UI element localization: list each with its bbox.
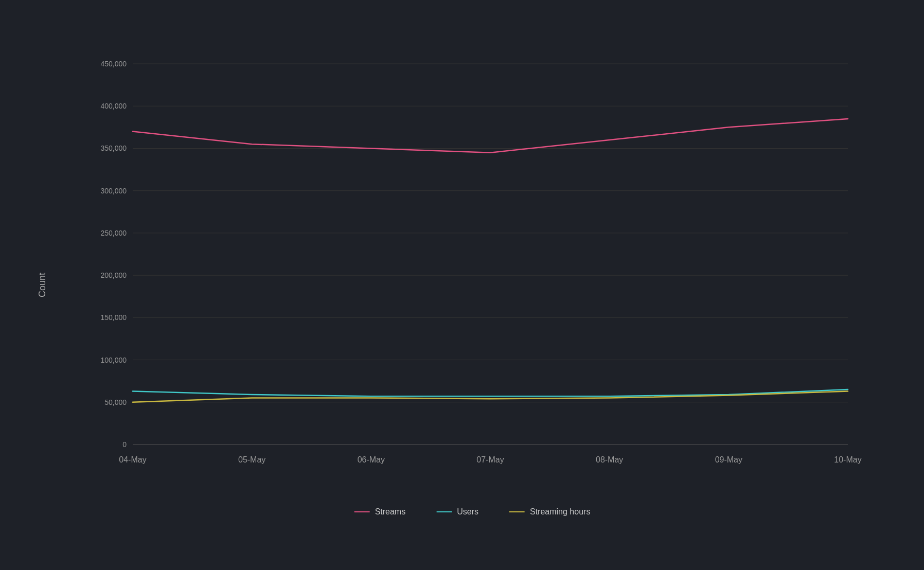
svg-text:100,000: 100,000: [100, 356, 127, 364]
svg-text:08-May: 08-May: [596, 455, 623, 464]
svg-text:150,000: 150,000: [100, 313, 127, 322]
legend-line-streams: [354, 511, 370, 512]
legend: Streams Users Streaming hours: [354, 507, 591, 516]
legend-label: Streaming hours: [530, 507, 590, 516]
svg-text:350,000: 350,000: [100, 144, 127, 152]
svg-text:04-May: 04-May: [119, 455, 146, 464]
legend-label: Users: [457, 507, 478, 516]
svg-text:400,000: 400,000: [100, 102, 127, 110]
svg-text:06-May: 06-May: [358, 455, 385, 464]
y-axis-label: Count: [37, 273, 48, 297]
svg-text:05-May: 05-May: [238, 455, 265, 464]
svg-text:09-May: 09-May: [715, 455, 742, 464]
legend-label: Streams: [375, 507, 406, 516]
legend-item: Streaming hours: [509, 507, 590, 516]
chart-area: 050,000100,000150,000200,000250,000300,0…: [76, 54, 868, 475]
svg-text:50,000: 50,000: [104, 398, 127, 406]
legend-item: Streams: [354, 507, 406, 516]
svg-text:07-May: 07-May: [476, 455, 504, 464]
legend-line-streaming-hours: [509, 511, 525, 512]
legend-line-users: [436, 511, 452, 512]
svg-text:200,000: 200,000: [100, 271, 127, 279]
svg-text:450,000: 450,000: [100, 60, 127, 68]
chart-svg: 050,000100,000150,000200,000250,000300,0…: [76, 54, 868, 475]
svg-text:250,000: 250,000: [100, 229, 127, 237]
svg-text:10-May: 10-May: [834, 455, 861, 464]
svg-text:0: 0: [122, 440, 127, 449]
legend-item: Users: [436, 507, 478, 516]
svg-text:300,000: 300,000: [100, 187, 127, 195]
chart-container: Count 050,000100,000150,000200,000250,00…: [25, 33, 899, 537]
